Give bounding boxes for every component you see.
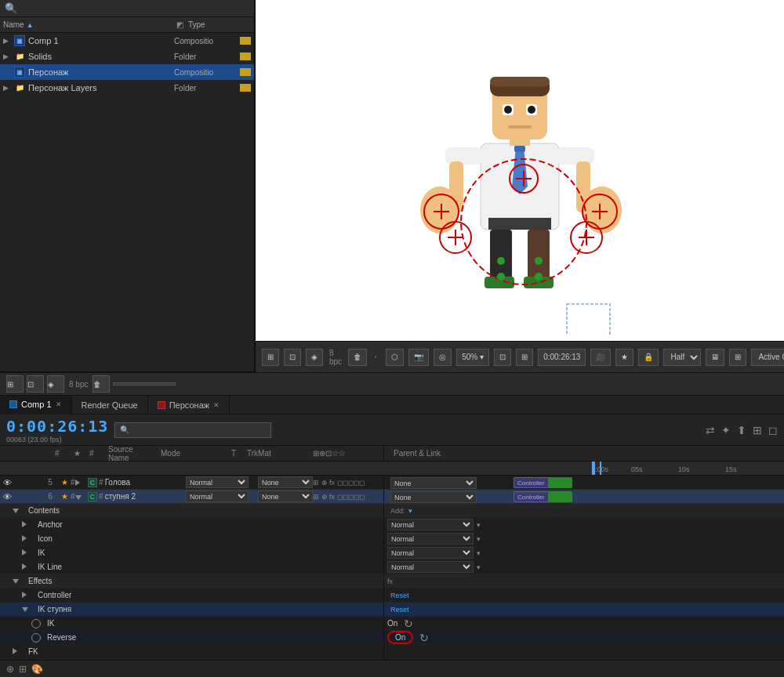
toolbar-btn-3[interactable]: ◈ [47,375,64,393]
tab-render[interactable]: Render Queue [72,396,148,415]
layer-parent-select-5[interactable]: None [390,477,477,489]
tab-close-comp1[interactable]: ✕ [56,400,62,408]
project-item-comp1[interactable]: ▶ ▣ Comp 1 Compositio [0,33,254,49]
expand-arrow-5[interactable] [75,478,88,487]
ruler-marks-area: :00s 05s 10s 15s [592,462,784,475]
expand-icon: ▶ [3,37,11,45]
viewport-btn-mask[interactable]: ◈ [306,349,323,366]
timecode-display: 0:00:26:13 00063 (23.00 fps) [6,417,108,443]
ik-stuphya-reset-btn[interactable]: Reset [387,605,412,614]
anchor-chevron[interactable]: ▾ [477,521,481,529]
sublayer-ik-line[interactable]: IK Line Normal ▾ [0,560,784,574]
viewport-slider[interactable] [375,356,376,358]
tab-comp1[interactable]: Comp 1 ✕ [0,396,72,415]
viewport-btn-pixel[interactable]: ⊞ [516,349,533,366]
sublayer-reverse[interactable]: Reverse On ↻ [0,631,784,645]
ruler-in-point[interactable] [592,462,595,475]
bottom-btn-grid[interactable]: ⊞ [19,664,27,675]
project-item-solids[interactable]: ▶ 📁 Solids Folder [0,49,254,64]
anchor-expand[interactable] [22,521,34,529]
icon-expand[interactable] [22,535,34,543]
timeline-search-input[interactable] [114,422,271,438]
tl-btn-5[interactable]: ◻ [768,424,778,436]
layer-row-5[interactable]: 👁 5 ★ # C # Голова Normal None ⊞ ⊕ fx ◻◻… [0,476,784,490]
ik-line-mode-select[interactable]: Normal [387,561,474,573]
controller-reset-btn[interactable]: Reset [387,591,412,600]
sublayer-fk[interactable]: FK [0,645,784,659]
layer-controller-badge-5: Controller [514,477,549,488]
viewport-zoom-select[interactable]: 50% ▾ [456,349,489,366]
timeline-panel: 0:00:26:13 00063 (23.00 fps) ⇄ ✦ ⬆ ⊞ ◻ #… [0,415,784,677]
viewport-btn-fit[interactable]: ⊡ [494,349,511,366]
add-btn[interactable]: ▾ [408,507,412,515]
layer-star-5[interactable]: ★ [58,478,71,487]
controller-expand[interactable] [22,592,34,599]
viewport-btn-grid2[interactable]: ⊞ [729,349,746,366]
toolbar-btn-2[interactable]: ⊡ [27,375,44,393]
visibility-icon-6[interactable]: 👁 [0,492,14,501]
contents-expand[interactable] [13,507,25,515]
anchor-mode-select[interactable]: Normal [387,519,474,530]
expand-arrow-6[interactable] [75,492,88,501]
sublayer-ik-stuphya[interactable]: IK ступня Reset [0,603,784,617]
tab-personazh[interactable]: Персонаж ✕ [148,396,230,415]
sublayer-icon[interactable]: Icon Normal ▾ [0,532,784,546]
icon-chevron[interactable]: ▾ [477,535,481,543]
toolbar-btn-trash[interactable]: 🗑 [93,375,110,393]
layer-type-badge-5: C [88,478,98,487]
viewport-btn-trash[interactable]: 🗑 [348,349,367,366]
viewport-camera-select[interactable]: Active Camera [751,349,784,366]
tl-btn-1[interactable]: ⇄ [706,424,715,436]
ik-stuphya-expand[interactable] [22,606,34,614]
tl-btn-3[interactable]: ⬆ [737,424,746,436]
visibility-icon-5[interactable]: 👁 [0,478,14,487]
tl-btn-4[interactable]: ⊞ [753,424,762,436]
sublayer-ik[interactable]: IK Normal ▾ [0,546,784,560]
viewport-btn-star[interactable]: ★ [615,349,633,366]
layer-trkmat-select-5[interactable]: None [258,476,313,488]
sublayer-contents[interactable]: Contents Add: ▾ [0,504,784,518]
viewport-btn-timecode[interactable]: 0:00:26:13 [538,349,586,366]
sublayer-ik-sub[interactable]: IK On ↻ [0,617,784,631]
project-item-personazh-layers[interactable]: ▶ 📁 Персонаж Layers Folder [0,80,254,96]
viewport-btn-preview[interactable]: ◎ [434,349,452,366]
viewport-canvas[interactable] [256,0,784,341]
sublayer-anchor[interactable]: Anchor Normal ▾ [0,518,784,532]
layer-star-6[interactable]: ★ [58,492,71,501]
reverse-on-btn[interactable]: On [387,631,413,644]
fk-expand[interactable] [13,648,25,656]
viewport-btn-sync[interactable]: ⬡ [386,349,404,366]
bottom-btn-add[interactable]: ⊕ [6,664,14,675]
sublayer-controller[interactable]: Controller Reset [0,588,784,603]
layer-trkmat-select-6[interactable]: None [258,491,313,502]
tl-btn-2[interactable]: ✦ [721,424,731,436]
toolbar-btn-1[interactable]: ⊞ [6,375,24,393]
toolbar-slider[interactable] [113,382,176,386]
viewport-btn-safe[interactable]: ⊡ [284,349,301,366]
ik-line-chevron[interactable]: ▾ [477,563,481,571]
timeline-ruler[interactable]: :00s 05s 10s 15s [0,462,784,476]
bottom-btn-color[interactable]: 🎨 [31,664,43,675]
viewport-quality-select[interactable]: Half [663,349,701,366]
layer-row-6[interactable]: 👁 6 ★ # C # ступня 2 Normal None ⊞ ⊕ fx … [0,490,784,504]
tab-label-comp1: Comp 1 [21,400,52,409]
ik-chevron[interactable]: ▾ [477,549,481,557]
tab-close-personazh[interactable]: ✕ [213,401,220,409]
layer-parent-select-6[interactable]: None [390,491,477,503]
sublayer-effects[interactable]: Effects fx [0,574,784,588]
ik-mode-select[interactable]: Normal [387,547,474,559]
effects-expand[interactable] [13,577,25,585]
viewport-btn-lock[interactable]: 🔒 [638,349,659,366]
ik-circle-icon [31,619,41,628]
project-item-personazh[interactable]: ▣ Персонаж Compositio [0,64,254,80]
viewport-btn-grid[interactable]: ⊞ [262,349,279,366]
ik-line-expand[interactable] [22,563,34,571]
icon-mode-select[interactable]: Normal [387,533,474,545]
sublayer-contents-left: Contents [0,504,384,517]
viewport-btn-cam[interactable]: 🎥 [590,349,611,366]
layer-mode-select-5[interactable]: Normal [186,476,249,488]
viewport-btn-monitor[interactable]: 🖥 [706,349,724,366]
ik-expand[interactable] [22,549,34,557]
layer-mode-select-6[interactable]: Normal [186,491,249,502]
viewport-btn-camera[interactable]: 📷 [408,349,429,366]
